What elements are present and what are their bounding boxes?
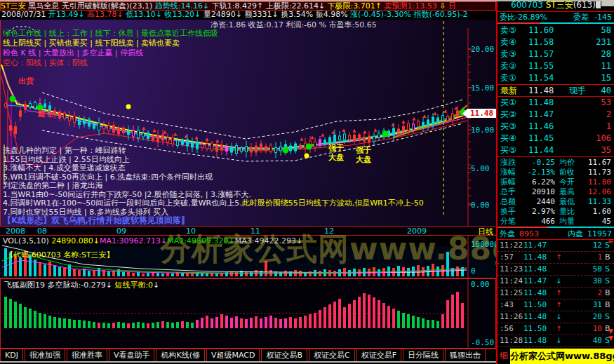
bid-row[interactable]: 买④11.45106 — [498, 133, 614, 144]
tab-V超级MACD[interactable]: V超级MACD — [206, 349, 260, 361]
up-arrow-icon: ↑ — [556, 323, 563, 335]
level-label: 卖④ — [500, 36, 523, 48]
tick-price: 11.47 — [523, 240, 556, 251]
oscillator-axis-label: 0.00 — [471, 280, 490, 289]
ask-row[interactable]: 卖④11.58231 — [498, 36, 614, 48]
tick-time: 11:24 — [500, 276, 523, 287]
price-axis-label: 15.00 — [471, 83, 494, 93]
tick-volume: 12 — [563, 240, 605, 251]
bid-row[interactable]: 买⑤11.4435 — [498, 144, 614, 156]
scroll-down2-icon[interactable]: ▼ — [608, 335, 613, 342]
stat-label: 最低 — [559, 197, 578, 207]
text-segment: 短线平衡:0 — [112, 281, 153, 290]
stat-label: 前收 — [559, 168, 578, 177]
window-corner-button[interactable] — [601, 0, 614, 6]
text-segment: 额3331↓ — [242, 11, 279, 19]
tab-狐狸出击[interactable]: 狐狸出击 — [445, 349, 486, 361]
tab-权证交易B[interactable]: 权证交易B — [261, 349, 307, 361]
ask-row[interactable]: 卖③11.5728 — [498, 48, 614, 60]
tab-很准胜率[interactable]: 很准胜率 — [67, 349, 107, 361]
bar-cyan — [540, 22, 614, 24]
text-segment: 下极限:3.701↑ — [325, 1, 382, 11]
tick-row[interactable]: :5611.50↑10B — [498, 323, 614, 335]
level-label: 买① — [500, 97, 523, 109]
tab-机构K线(修[interactable]: 机构K线(修 — [156, 349, 205, 361]
tick-row[interactable]: 11:2411.47↓30S — [498, 276, 614, 288]
tab-日分隔线[interactable]: 日分隔线 — [403, 349, 443, 361]
tab-很准加强[interactable]: 很准加强 — [25, 349, 65, 361]
detail-tab[interactable]: 细 — [500, 350, 508, 362]
text-segment: 指数(-60.95)-2 — [414, 11, 468, 19]
tab-权证交易F[interactable]: 权证交易F — [356, 349, 401, 361]
level-label: 卖② — [500, 60, 523, 72]
ask-row[interactable]: 卖②11.5511 — [498, 60, 614, 72]
tick-price: 11.48 — [523, 335, 556, 346]
tick-list[interactable]: 11:2211.4712S:5711.48↑1B11:2311.4850S11:… — [498, 240, 614, 347]
stat-value: 466 — [519, 217, 555, 227]
level-price: 11.48 — [523, 97, 569, 109]
tab-KDJ[interactable]: KDJ — [0, 349, 23, 361]
bid-row[interactable]: 买②11.472 — [498, 109, 614, 121]
tick-row[interactable]: 11:2611.48↓20S — [498, 311, 614, 323]
text-segment: ↓ — [153, 281, 159, 290]
note-line-yellow: 此时股价围绕55日均线下方波动,但是WR1不冲上-50 — [242, 198, 424, 208]
tick-volume: 1 — [563, 252, 605, 263]
tick-row[interactable]: 11:2211.4712S — [498, 240, 614, 252]
trading-app-window: ST三安 黑马全息 无引用破解版(解盘)(23,1) 趋势线:14.16↓ 下轨… — [0, 0, 614, 364]
tab-权证交易C[interactable]: 权证交易C — [309, 349, 355, 361]
text-segment: 趋势线:14.16↓ — [155, 1, 209, 11]
stock-suffix: (613) — [573, 0, 596, 10]
up-arrow-icon: ↑ — [556, 288, 563, 299]
ask-row[interactable]: 卖①11.5415 — [498, 72, 614, 84]
no-arrow — [556, 240, 563, 251]
tick-price: 11.48 — [523, 288, 556, 299]
tick-row[interactable]: 11:2511.48↑2B — [498, 288, 614, 299]
bar-red — [498, 227, 547, 228]
tick-row[interactable]: 11:2311.4850S — [498, 264, 614, 276]
chart-annotation: 强于 — [356, 147, 371, 155]
panel-bottom: 细 分析家公式网www.88gg.com — [498, 349, 614, 364]
window-top-edge — [0, 0, 614, 1]
quote-panel-header[interactable]: 600703 ST三安(613) — [498, 0, 614, 12]
weibi-value: -26.89% — [515, 12, 547, 22]
scroll-up-icon[interactable]: ⊕ — [608, 238, 613, 245]
outer-label: 外盘 — [500, 229, 515, 239]
quote-stats: 涨跌-0.25均价11.67涨幅-2.13%前收11.73振幅6.22%今开11… — [498, 156, 614, 227]
text-segment: 2008/07/31 — [1, 11, 48, 19]
down-arrow-icon: ↓ — [556, 335, 563, 346]
scroll-down-icon[interactable]: ▼ — [608, 328, 613, 335]
tick-direction: B — [605, 299, 612, 311]
signal-legend-line: 粉色 K 线 | 大量放出 | 多空止赢 | 停损线 — [3, 49, 143, 58]
weicha-value: -145 — [594, 12, 612, 22]
ask-row[interactable]: 卖⑤11.6058 — [498, 25, 614, 36]
tick-row[interactable]: :5711.48↑1B — [498, 252, 614, 264]
text-segment: 24890.080↓ — [51, 236, 100, 245]
period-label[interactable]: 日线 — [478, 227, 493, 237]
level-label: 买⑤ — [500, 144, 523, 156]
volume-indicator-title: VOL(3,5,10) 24890.080↓MA1:30962.713↓MA2:… — [3, 236, 302, 245]
stat-label: 换手 — [500, 207, 519, 217]
bar-red — [498, 22, 540, 24]
outer-value: 8953 — [519, 229, 539, 239]
level-count: 53 — [569, 97, 611, 109]
text-segment: MA1:30962.713↓ — [100, 236, 167, 245]
weibi-row: 委比 -26.89% 委差 -145 — [498, 12, 614, 22]
tab-V看盘助手[interactable]: V看盘助手 — [109, 349, 155, 361]
chart-annotation: 大盘 — [356, 156, 371, 164]
date-axis-label: 11 — [251, 227, 260, 236]
date-axis-label: 2009 — [407, 227, 427, 236]
tick-direction: S — [605, 276, 612, 287]
quote-panel: 600703 ST三安(613) 委比 -26.89% 委差 -145 卖⑤11… — [496, 0, 614, 364]
tick-price: 11.48 — [523, 311, 556, 323]
note-line: 判定洗盘的第二种 | 潜龙出海 — [3, 182, 424, 191]
stat-value: 6.22% — [519, 177, 555, 187]
bid-row[interactable]: 买①11.4853 — [498, 97, 614, 109]
latest-label: 最新 — [500, 85, 523, 96]
tick-direction: S — [605, 264, 612, 275]
tick-row[interactable]: :4311.50↑31B — [498, 299, 614, 311]
down-arrow-icon: ↓ — [556, 276, 563, 287]
tick-row[interactable]: 11:2811.48↓40S — [498, 335, 614, 347]
bid-row[interactable]: 买③11.461 — [498, 121, 614, 133]
stat-value: 2.97% — [519, 207, 555, 217]
level-count: 15 — [569, 72, 611, 84]
